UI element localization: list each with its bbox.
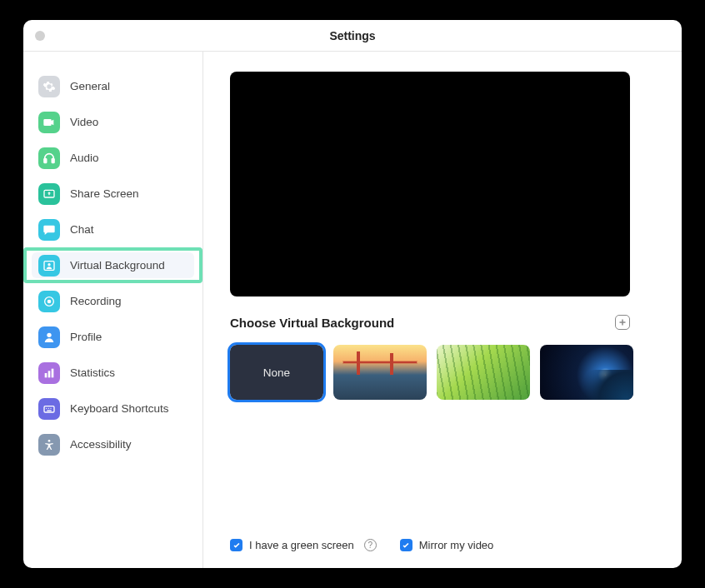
sidebar-item-label: Chat	[70, 223, 94, 236]
help-icon[interactable]: ?	[364, 539, 377, 551]
sidebar-item-label: Audio	[70, 152, 99, 164]
svg-rect-8	[45, 373, 48, 377]
keyboard-icon	[38, 398, 60, 420]
checkbox-checked-icon	[230, 539, 242, 551]
svg-rect-15	[47, 410, 51, 411]
video-preview	[230, 72, 630, 296]
window-body: General Video Audio Share Screen	[23, 52, 682, 568]
svg-point-13	[48, 407, 49, 408]
sidebar-item-chat[interactable]: Chat	[23, 212, 202, 247]
background-thumbnails: None	[230, 345, 655, 400]
sidebar-item-audio[interactable]: Audio	[23, 140, 202, 176]
sidebar-item-statistics[interactable]: Statistics	[23, 355, 202, 391]
sidebar-item-label: Share Screen	[70, 187, 139, 200]
add-background-button[interactable]	[615, 315, 630, 330]
sidebar-item-label: General	[70, 80, 110, 92]
sidebar-item-virtual-background[interactable]: Virtual Background	[23, 247, 202, 283]
record-icon	[38, 291, 60, 312]
svg-point-12	[46, 407, 47, 408]
sidebar-item-share-screen[interactable]: Share Screen	[23, 176, 202, 212]
settings-window: Settings General Video Audio	[23, 20, 682, 568]
svg-rect-10	[52, 368, 54, 377]
sidebar-item-keyboard-shortcuts[interactable]: Keyboard Shortcuts	[23, 391, 202, 426]
section-header: Choose Virtual Background	[230, 315, 630, 330]
svg-point-14	[50, 407, 51, 408]
main-panel: Choose Virtual Background None I	[203, 52, 682, 568]
camera-icon	[38, 112, 60, 133]
sidebar-item-label: Video	[70, 116, 98, 128]
green-screen-checkbox[interactable]: I have a green screen ?	[230, 539, 377, 551]
background-option-none[interactable]: None	[230, 345, 323, 400]
share-icon	[38, 183, 60, 205]
checkbox-label: I have a green screen	[249, 539, 354, 551]
background-option-grass[interactable]	[437, 345, 530, 400]
svg-rect-9	[48, 371, 51, 377]
window-title: Settings	[23, 29, 682, 42]
footer-options: I have a green screen ? Mirror my video	[230, 522, 655, 551]
titlebar: Settings	[23, 20, 682, 52]
sidebar-item-general[interactable]: General	[23, 68, 202, 104]
background-option-space[interactable]	[540, 345, 633, 400]
close-window-button[interactable]	[35, 31, 45, 41]
background-option-bridge[interactable]	[333, 345, 427, 400]
sidebar-item-label: Keyboard Shortcuts	[70, 402, 169, 415]
svg-point-7	[47, 332, 51, 336]
stats-icon	[38, 362, 60, 384]
thumb-label: None	[263, 366, 290, 379]
sidebar-item-profile[interactable]: Profile	[23, 319, 202, 355]
svg-rect-11	[44, 406, 54, 411]
sidebar-item-label: Virtual Background	[70, 259, 165, 272]
sidebar-item-recording[interactable]: Recording	[23, 283, 202, 319]
sidebar-item-label: Statistics	[70, 366, 115, 379]
sidebar-item-accessibility[interactable]: Accessibility	[23, 426, 202, 462]
checkbox-checked-icon	[400, 539, 412, 551]
headphones-icon	[38, 147, 60, 169]
checkbox-label: Mirror my video	[419, 539, 494, 551]
sidebar-item-video[interactable]: Video	[23, 104, 202, 140]
svg-point-16	[48, 440, 51, 442]
svg-point-4	[48, 263, 50, 266]
person-icon	[38, 326, 60, 348]
section-title: Choose Virtual Background	[230, 316, 394, 330]
sidebar-item-label: Accessibility	[70, 438, 132, 451]
accessibility-icon	[38, 434, 60, 456]
gear-icon	[38, 76, 60, 97]
sidebar-item-label: Profile	[70, 331, 102, 343]
sidebar: General Video Audio Share Screen	[23, 52, 203, 568]
person-frame-icon	[38, 255, 60, 277]
mirror-video-checkbox[interactable]: Mirror my video	[400, 539, 494, 551]
sidebar-item-label: Recording	[70, 295, 122, 307]
svg-point-6	[48, 299, 52, 303]
svg-rect-1	[52, 158, 54, 162]
svg-rect-0	[44, 158, 47, 162]
chat-icon	[38, 219, 60, 241]
